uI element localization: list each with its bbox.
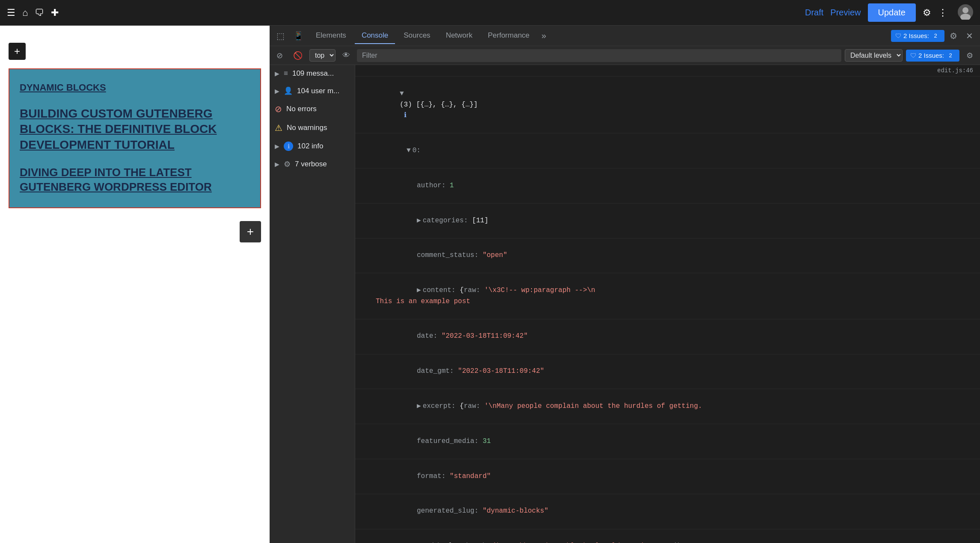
clear-console-icon[interactable]: ⊘ bbox=[273, 49, 286, 62]
errors-label: No errors bbox=[286, 105, 317, 113]
sidebar-item-errors[interactable]: ⊘ No errors bbox=[270, 100, 355, 118]
feedback-icon[interactable]: 🗨 bbox=[35, 7, 44, 18]
context-selector[interactable]: top bbox=[309, 49, 336, 62]
console-output: edit.js:46 ▼ (3) [{…}, {…}, {…}] ℹ ▼0: a… bbox=[355, 65, 980, 543]
main-layout: + DYNAMIC BLOCKS BUILDING CUSTOM GUTENBE… bbox=[0, 26, 980, 543]
root-expand-icon[interactable]: ▼ bbox=[400, 90, 404, 97]
levels-selector[interactable]: Default levels bbox=[845, 49, 903, 62]
field-date-gmt: date_gmt: "2022-03-18T11:09:42" bbox=[355, 354, 980, 390]
secondary-issues-number: 2 bbox=[946, 51, 955, 60]
devtools-close-icon[interactable]: ✕ bbox=[962, 29, 977, 43]
expand-messages-icon: ▶ bbox=[275, 70, 279, 77]
field-format: format: "standard" bbox=[355, 459, 980, 494]
sidebar-item-info[interactable]: ▶ ℹ 102 info bbox=[270, 137, 355, 155]
field-0-key: ▼0: bbox=[355, 133, 980, 168]
warnings-label: No warnings bbox=[287, 124, 327, 132]
secondary-issues-label: 2 Issues: bbox=[918, 52, 944, 59]
tab-network[interactable]: Network bbox=[439, 28, 479, 44]
add-icon[interactable]: ✚ bbox=[51, 7, 59, 18]
devtools-device-icon[interactable]: 📱 bbox=[290, 29, 307, 43]
sidebar-item-verbose[interactable]: ▶ ⚙ 7 verbose bbox=[270, 155, 355, 173]
devtools-tabbar: ⬚ 📱 Elements Console Sources Network Per… bbox=[270, 26, 980, 46]
field-content[interactable]: ▶content: {raw: '\x3C!-- wp:paragraph --… bbox=[355, 273, 980, 319]
field-categories[interactable]: ▶categories: [11] bbox=[355, 204, 980, 239]
filter-input[interactable] bbox=[357, 49, 841, 62]
add-block-button[interactable]: + bbox=[240, 221, 261, 242]
error-icon: ⊘ bbox=[275, 104, 282, 114]
tab-console[interactable]: Console bbox=[355, 28, 395, 44]
devtools-main-area: ▶ ≡ 109 messa... ▶ 👤 104 user m... ⊘ No … bbox=[270, 65, 980, 543]
warning-icon: ⚠ bbox=[275, 123, 282, 133]
devtools-settings-icon[interactable]: ⚙ bbox=[946, 29, 961, 43]
issues-count-number: 2 bbox=[931, 31, 940, 41]
wp-topbar: ☰ ⌂ 🗨 ✚ Draft Preview Update ⚙ ⋮ bbox=[0, 0, 980, 26]
editor-panel: + DYNAMIC BLOCKS BUILDING CUSTOM GUTENBE… bbox=[0, 26, 270, 543]
sidebar-item-warnings[interactable]: ⚠ No warnings bbox=[270, 118, 355, 137]
tab-performance[interactable]: Performance bbox=[481, 28, 536, 44]
secondary-issues-badge[interactable]: 🛡 2 Issues: 2 bbox=[906, 50, 959, 62]
verbose-label: 7 verbose bbox=[295, 160, 327, 168]
filter-icon[interactable]: 🚫 bbox=[290, 49, 306, 62]
svg-point-1 bbox=[962, 7, 968, 13]
expand-info-icon: ▶ bbox=[275, 143, 279, 150]
preview-button[interactable]: Preview bbox=[830, 8, 861, 18]
field-comment-status: comment_status: "open" bbox=[355, 239, 980, 274]
block-title-gutenberg: BUILDING CUSTOM GUTENBERG BLOCKS: THE DE… bbox=[20, 106, 250, 153]
content-block: DYNAMIC BLOCKS BUILDING CUSTOM GUTENBERG… bbox=[9, 68, 261, 208]
sidebar-item-user[interactable]: ▶ 👤 104 user m... bbox=[270, 82, 355, 100]
messages-label: 109 messa... bbox=[292, 69, 334, 78]
issues-badge[interactable]: 🛡 2 Issues: 2 bbox=[891, 30, 944, 42]
expand-verbose-icon: ▶ bbox=[275, 161, 279, 168]
field-author: author: 1 bbox=[355, 168, 980, 204]
console-header-line: edit.js:46 bbox=[355, 65, 980, 77]
tab-sources[interactable]: Sources bbox=[397, 28, 437, 44]
eye-icon[interactable]: 👁 bbox=[339, 49, 353, 62]
verbose-icon: ⚙ bbox=[284, 159, 291, 169]
more-options-icon[interactable]: ⋮ bbox=[938, 7, 947, 18]
field-generated-slug: generated_slug: "dynamic-blocks" bbox=[355, 494, 980, 529]
field-date: date: "2022-03-18T11:09:42" bbox=[355, 319, 980, 354]
tab-elements[interactable]: Elements bbox=[309, 28, 353, 44]
settings-gear-icon[interactable]: ⚙ bbox=[923, 7, 931, 18]
secondary-settings-icon[interactable]: ⚙ bbox=[963, 49, 977, 62]
home-icon[interactable]: ⌂ bbox=[22, 7, 28, 18]
user-avatar[interactable] bbox=[958, 4, 973, 21]
info-label: 102 info bbox=[297, 142, 324, 151]
user-icon: 👤 bbox=[284, 86, 293, 95]
console-sidebar: ▶ ≡ 109 messa... ▶ 👤 104 user m... ⊘ No … bbox=[270, 65, 355, 543]
sidebar-item-messages[interactable]: ▶ ≡ 109 messa... bbox=[270, 65, 355, 82]
secondary-issues-icon: 🛡 bbox=[910, 52, 917, 59]
block-title-diving: DIVING DEEP INTO THE LATEST GUTENBERG WO… bbox=[20, 165, 250, 195]
hamburger-icon[interactable]: ☰ bbox=[7, 7, 15, 18]
issues-count-label: 2 Issues: bbox=[903, 32, 929, 39]
field-featured-media: featured_media: 31 bbox=[355, 424, 980, 459]
devtools-secondary-bar: ⊘ 🚫 top 👁 Default levels 🛡 2 Issues: 2 ⚙ bbox=[270, 46, 980, 65]
expand-user-icon: ▶ bbox=[275, 88, 279, 94]
messages-list-icon: ≡ bbox=[284, 69, 288, 78]
field-excerpt[interactable]: ▶excerpt: {raw: '\nMany people complain … bbox=[355, 389, 980, 424]
devtools-panel: ⬚ 📱 Elements Console Sources Network Per… bbox=[270, 26, 980, 543]
user-label: 104 user m... bbox=[297, 87, 339, 95]
info-icon: ℹ bbox=[284, 142, 293, 151]
issues-badge-icon: 🛡 bbox=[895, 32, 902, 39]
draft-button[interactable]: Draft bbox=[805, 8, 823, 18]
devtools-more-tabs-icon[interactable]: » bbox=[538, 29, 549, 42]
editor-add-button[interactable]: + bbox=[9, 43, 26, 60]
update-button[interactable]: Update bbox=[868, 3, 916, 22]
console-root-line[interactable]: ▼ (3) [{…}, {…}, {…}] ℹ bbox=[355, 77, 980, 133]
field-guid[interactable]: ▶guid: {rendered: 'http://gutenberg-bloc… bbox=[355, 529, 980, 543]
block-title-dynamic: DYNAMIC BLOCKS bbox=[20, 82, 250, 93]
devtools-inspect-icon[interactable]: ⬚ bbox=[273, 29, 288, 43]
